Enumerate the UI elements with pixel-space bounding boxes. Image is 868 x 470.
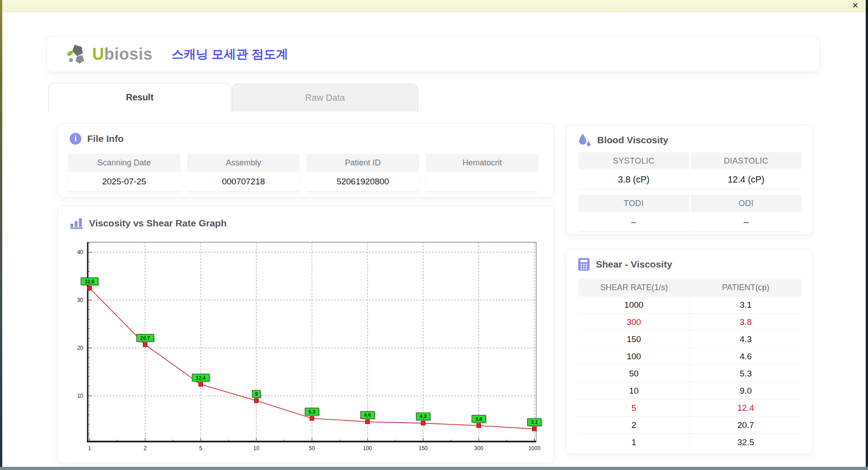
- shear-rate-cell: 1000: [578, 296, 690, 313]
- file-info-field-hematocrit: Hematocrit: [426, 154, 538, 192]
- header-card: Ubiosis 스캐닝 모세관 점도계: [47, 36, 820, 72]
- file-info-title: File Info: [87, 133, 124, 144]
- bv-value-row: ––: [578, 212, 802, 232]
- field-label: Assembly: [187, 154, 300, 172]
- taskbar-edge: [0, 467, 868, 470]
- tab-raw-data[interactable]: Raw Data: [232, 84, 418, 112]
- field-label: Patient ID: [307, 154, 419, 172]
- file-info-field-assembly: Assembly000707218: [187, 154, 300, 192]
- shear-rate-column-header: SHEAR RATE(1/s): [578, 278, 690, 296]
- desktop-edge-left: [0, 0, 2, 467]
- svg-text:20.7: 20.7: [140, 335, 150, 341]
- desktop-edge-right: [866, 0, 868, 467]
- svg-text:20: 20: [77, 345, 84, 351]
- shear-rate-cell: 5: [578, 400, 690, 416]
- info-icon: i: [70, 133, 81, 145]
- svg-text:100: 100: [363, 445, 372, 451]
- shear-rate-cell: 2: [578, 417, 690, 433]
- shear-viscosity-title: Shear - Viscosity: [596, 259, 672, 270]
- file-info-title-row: i File Info: [70, 133, 124, 145]
- table-row: 10003.1: [578, 296, 802, 313]
- ubiosis-logo-icon: [66, 44, 88, 65]
- brand-rest: biosis: [104, 45, 153, 63]
- patient-value-cell: 4.3: [690, 331, 802, 348]
- field-label: Hematocrit: [426, 154, 538, 172]
- shear-table: SHEAR RATE(1/s) PATIENT(cp) 10003.13003.…: [578, 278, 802, 451]
- window-titlebar: ✕: [2, 0, 866, 12]
- svg-text:9: 9: [255, 391, 258, 397]
- file-info-card: i File Info Scanning Date2025-07-25Assem…: [57, 123, 554, 197]
- graph-title-row: Viscosity vs Shear Rate Graph: [70, 217, 226, 229]
- table-row: 1004.6: [578, 348, 802, 365]
- graph-card: Viscosity vs Shear Rate Graph 1020304012…: [57, 206, 554, 463]
- shear-rate-cell: 300: [578, 314, 690, 330]
- svg-text:50: 50: [309, 445, 315, 451]
- app-title: 스캐닝 모세관 점도계: [172, 46, 288, 62]
- field-value: 2025-07-25: [68, 172, 180, 192]
- bv-label-todi: TODI: [578, 195, 689, 212]
- bv-header-row: SYSTOLICDIASTOLIC: [578, 152, 802, 169]
- svg-text:12.4: 12.4: [196, 375, 206, 381]
- shear-table-header: SHEAR RATE(1/s) PATIENT(cp): [578, 278, 802, 296]
- patient-value-cell: 3.8: [690, 314, 802, 330]
- blood-viscosity-title-row: Blood Viscosity: [578, 133, 668, 147]
- svg-text:3.8: 3.8: [475, 416, 482, 422]
- blood-viscosity-card: Blood Viscosity SYSTOLICDIASTOLIC3.8 (cP…: [566, 125, 813, 235]
- table-row: 1504.3: [578, 330, 802, 348]
- bv-label-diastolic: DIASTOLIC: [691, 152, 802, 169]
- svg-text:4.6: 4.6: [364, 412, 371, 418]
- shear-rate-cell: 150: [578, 331, 690, 348]
- viscosity-chart: 102030401251050100150300100032.520.712.4…: [58, 233, 554, 461]
- blood-viscosity-title: Blood Viscosity: [597, 135, 668, 146]
- shear-viscosity-card: Shear - Viscosity SHEAR RATE(1/s) PATIEN…: [566, 249, 813, 454]
- svg-text:150: 150: [419, 445, 428, 451]
- patient-value-cell: 20.7: [690, 417, 802, 433]
- bv-label-systolic: SYSTOLIC: [578, 152, 689, 169]
- shear-table-body: 10003.13003.81504.31004.6505.3109.0512.4…: [578, 296, 802, 451]
- tab-result[interactable]: Result: [48, 83, 231, 112]
- brand-text: Ubiosis: [92, 45, 153, 64]
- svg-text:40: 40: [77, 249, 84, 255]
- brand-logo: Ubiosis: [66, 44, 153, 65]
- table-row: 505.3: [578, 365, 802, 382]
- table-row: 3003.8: [578, 313, 802, 330]
- field-value: [426, 172, 538, 192]
- bv-value-todi: –: [578, 212, 689, 232]
- svg-text:5: 5: [199, 445, 203, 451]
- svg-text:30: 30: [77, 297, 84, 303]
- file-info-field-patient-id: Patient ID52061920800: [307, 154, 419, 192]
- svg-text:1000: 1000: [528, 445, 541, 451]
- svg-text:5.3: 5.3: [308, 409, 315, 414]
- svg-text:4.3: 4.3: [420, 414, 426, 419]
- table-row: 132.5: [578, 433, 802, 451]
- shear-rate-cell: 100: [578, 348, 690, 365]
- field-value: 000707218: [187, 172, 300, 192]
- patient-column-header: PATIENT(cp): [690, 278, 802, 296]
- svg-text:3.1: 3.1: [531, 419, 538, 425]
- spacer: [578, 189, 802, 195]
- svg-text:10: 10: [253, 445, 259, 451]
- bv-value-row: 3.8 (cP)12.4 (cP): [578, 169, 802, 189]
- patient-value-cell: 4.6: [690, 348, 802, 365]
- close-icon[interactable]: ✕: [852, 1, 859, 11]
- bv-value-odi: –: [691, 212, 802, 232]
- shear-rate-cell: 1: [578, 434, 690, 451]
- shear-rate-cell: 50: [578, 365, 690, 382]
- bv-value-systolic: 3.8 (cP): [578, 169, 689, 189]
- file-info-field-scanning-date: Scanning Date2025-07-25: [68, 154, 180, 192]
- file-info-fields: Scanning Date2025-07-25Assembly000707218…: [68, 154, 538, 192]
- svg-text:32.5: 32.5: [85, 279, 94, 284]
- svg-text:10: 10: [77, 393, 84, 399]
- patient-value-cell: 9.0: [690, 382, 802, 399]
- calculator-icon: [578, 258, 590, 271]
- table-row: 109.0: [578, 382, 802, 399]
- table-row: 512.4: [578, 399, 802, 416]
- bv-header-row: TODIODI: [578, 195, 802, 212]
- svg-text:1: 1: [88, 445, 91, 451]
- field-label: Scanning Date: [68, 154, 180, 172]
- svg-text:300: 300: [474, 445, 483, 451]
- shear-viscosity-title-row: Shear - Viscosity: [578, 258, 672, 271]
- svg-text:2: 2: [144, 445, 147, 451]
- patient-value-cell: 32.5: [690, 434, 802, 451]
- field-value: 52061920800: [307, 172, 419, 192]
